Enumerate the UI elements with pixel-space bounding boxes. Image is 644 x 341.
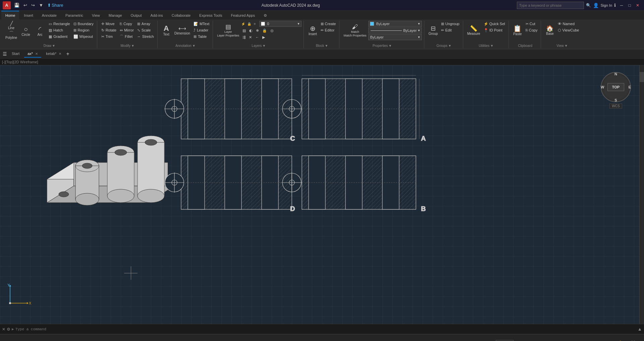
- fullscreen-btn[interactable]: ⛶: [630, 340, 636, 341]
- match-properties-button[interactable]: 🖌 Match Match Properties: [342, 21, 368, 40]
- move-button[interactable]: ✛ Move: [100, 21, 118, 27]
- undo-button[interactable]: ↩: [22, 2, 29, 8]
- draw-group-label[interactable]: Draw ▼: [4, 43, 95, 48]
- tab-featured[interactable]: Featured Apps: [227, 11, 259, 19]
- tab-manage[interactable]: Manage: [105, 11, 126, 19]
- polyline-button[interactable]: ⌒ Polyline: [4, 30, 18, 40]
- command-close-btn[interactable]: ✕: [2, 327, 5, 332]
- layer-dropdown[interactable]: 0 ▼: [259, 21, 302, 27]
- layer-list-btn[interactable]: ▤: [241, 27, 247, 33]
- otrack-toggle[interactable]: ∞: [547, 340, 551, 341]
- tab-addins[interactable]: Add-ins: [147, 11, 167, 19]
- leader-button[interactable]: ⤴Leader: [192, 27, 211, 33]
- circle-button[interactable]: ○ Circle: [20, 21, 32, 41]
- rectangle-button[interactable]: ▭Rectangle: [47, 21, 71, 27]
- workspace-menu-button[interactable]: ☰: [3, 51, 7, 57]
- layer-lock-btn[interactable]: 🔒: [261, 27, 268, 33]
- app-logo[interactable]: A: [3, 1, 11, 9]
- tab-view[interactable]: View: [88, 11, 104, 19]
- hardware-accel[interactable]: ⚡: [616, 340, 623, 341]
- trim-button[interactable]: ✂ Trim: [100, 33, 118, 40]
- utilities-group-label[interactable]: Utilities ▼: [466, 43, 506, 48]
- layer-freeze-btn[interactable]: ❄: [255, 27, 260, 33]
- osnap-toggle[interactable]: ◎: [540, 340, 545, 341]
- group-edit-btn[interactable]: ✏ Edit: [440, 27, 461, 33]
- array-button[interactable]: ⊞ Array: [136, 21, 155, 27]
- namedviews-btn[interactable]: 👁 Named: [556, 21, 580, 27]
- view-group-label[interactable]: View ▼: [544, 43, 580, 48]
- model-space-indicator[interactable]: MODEL: [496, 340, 514, 341]
- zoom-out-btn[interactable]: −: [611, 340, 615, 341]
- ortho-toggle[interactable]: ⊢: [528, 340, 533, 341]
- command-input[interactable]: [15, 327, 636, 331]
- line-button[interactable]: ╱ Line: [4, 21, 18, 30]
- layout-tab-model[interactable]: Model: [8, 339, 26, 341]
- layers-group-label[interactable]: Layers ▼: [216, 43, 302, 48]
- tab-annotate[interactable]: Annotate: [38, 11, 61, 19]
- tab-output[interactable]: Output: [127, 11, 146, 19]
- block-group-label[interactable]: Block ▼: [307, 43, 337, 48]
- snap-toggle[interactable]: ⊕: [521, 340, 526, 341]
- linetype-dropdown[interactable]: ByLayer ▼: [368, 27, 422, 33]
- cut-btn[interactable]: ✂ Cut: [524, 21, 539, 27]
- base-button[interactable]: 🏠 Base: [544, 21, 556, 40]
- id-btn[interactable]: 📍 ID Point: [482, 27, 506, 33]
- minimize-button[interactable]: ─: [618, 2, 625, 9]
- properties-group-label[interactable]: Properties ▼: [342, 43, 422, 48]
- canvas[interactable]: A B: [0, 65, 639, 324]
- copy-button[interactable]: ⎘ Copy: [118, 21, 135, 27]
- share-button[interactable]: ⬆ Share: [46, 2, 65, 8]
- measure-button[interactable]: 📏 Measure: [466, 21, 482, 40]
- create-block-btn[interactable]: ⊞ Create: [319, 21, 337, 27]
- fillet-button[interactable]: ⌒ Fillet: [118, 33, 135, 40]
- close-ax-button[interactable]: ✕: [35, 52, 38, 56]
- sign-in-button[interactable]: Sign In: [601, 3, 612, 7]
- layer-delete-btn[interactable]: ✕: [248, 34, 253, 40]
- close-button[interactable]: ✕: [634, 2, 641, 9]
- layer-merge-btn[interactable]: ⇶: [241, 34, 247, 40]
- gradient-button[interactable]: ▦Gradient: [47, 33, 71, 40]
- tab-insert[interactable]: Insert: [20, 11, 37, 19]
- dimension-button[interactable]: ⟷ Dimension: [173, 21, 192, 40]
- maximize-button[interactable]: □: [626, 2, 633, 9]
- workspace-tab-ax[interactable]: ax* ✕: [24, 50, 41, 58]
- search-icon[interactable]: 🔍: [586, 3, 591, 8]
- insert-button[interactable]: ⊕ Insert: [307, 21, 319, 40]
- region-button[interactable]: ⊞Region: [72, 27, 95, 33]
- rotate-button[interactable]: ↻ Rotate: [100, 27, 118, 33]
- zoom-in-btn[interactable]: +: [605, 340, 609, 341]
- group-button[interactable]: ⊟ Group: [427, 21, 439, 40]
- layer-off-btn[interactable]: ◐: [248, 27, 254, 33]
- polar-toggle[interactable]: ⊙: [534, 340, 539, 341]
- customize-button[interactable]: ▼: [38, 2, 45, 8]
- dynmode-toggle[interactable]: ⊟: [571, 340, 576, 341]
- workspace-switching[interactable]: ⚙: [599, 340, 604, 341]
- quick-properties[interactable]: ⊡: [577, 340, 582, 341]
- stretch-button[interactable]: ↔ Stretch: [136, 33, 155, 40]
- scale-button[interactable]: ⤡ Scale: [136, 27, 155, 33]
- layer-properties-button[interactable]: ▤ Layer Layer Properties: [216, 21, 240, 40]
- table-button[interactable]: ⊞Table: [192, 33, 211, 40]
- paste-button[interactable]: 📋 Paste: [512, 21, 524, 40]
- tab-expresstools[interactable]: Express Tools: [195, 11, 226, 19]
- annotation-group-label[interactable]: Annotation ▼: [160, 43, 211, 48]
- info-button[interactable]: ℹ: [614, 3, 616, 8]
- arc-button[interactable]: ◜ Arc: [34, 21, 46, 41]
- lineweight-toggle[interactable]: ═: [553, 340, 557, 341]
- isolate-objects[interactable]: ◉: [624, 340, 629, 341]
- ungroup-btn[interactable]: ⊞ Ungroup: [440, 21, 461, 27]
- layout-tab-layout1[interactable]: Layout1: [26, 340, 47, 341]
- wipeout-button[interactable]: ⬜Wipeout: [72, 33, 95, 40]
- compass-top[interactable]: TOP: [607, 83, 624, 91]
- text-button[interactable]: A Text: [160, 21, 172, 40]
- mtext-button[interactable]: 📝MText: [192, 21, 211, 27]
- command-settings-btn[interactable]: ⚙: [7, 327, 10, 332]
- quickselect-btn[interactable]: ⚡ Quick Sel: [482, 21, 506, 27]
- new-tab-button[interactable]: +: [66, 51, 69, 57]
- mirror-button[interactable]: ⇔ Mirror: [118, 27, 135, 33]
- layer-walk-btn[interactable]: ▶: [261, 34, 266, 40]
- block-editor-btn[interactable]: ✏ Editor: [319, 27, 337, 33]
- layout-tab-layout2[interactable]: Layout2: [48, 340, 68, 341]
- color-dropdown[interactable]: ByLayer ▼: [368, 21, 422, 27]
- annotation-scale[interactable]: ⊕: [592, 340, 597, 341]
